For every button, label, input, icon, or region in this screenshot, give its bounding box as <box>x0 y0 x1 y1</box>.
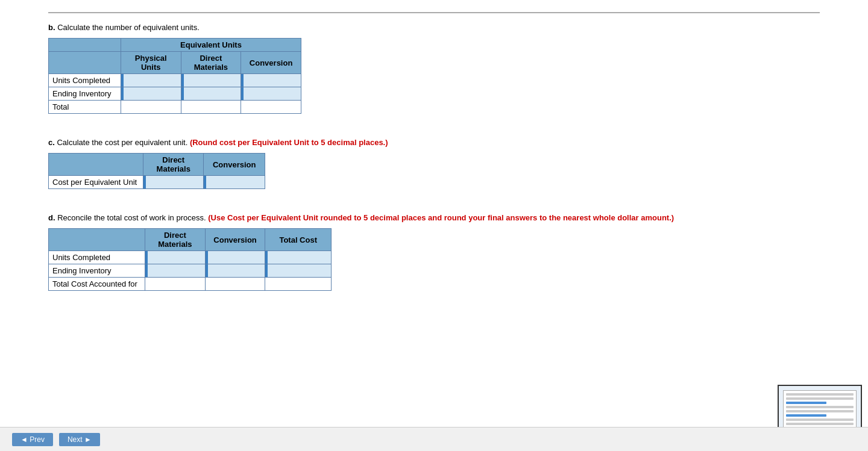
col-header-conv-c: Conversion <box>204 154 265 176</box>
col-header-empty-c <box>49 154 143 176</box>
col-header-empty-d <box>49 229 145 251</box>
table-d: Direct Materials Conversion Total Cost U… <box>48 228 332 291</box>
input-dm-units-completed[interactable] <box>181 74 241 87</box>
input-total-ending-inv-d[interactable] <box>265 264 332 278</box>
input-dm-total-cost[interactable] <box>145 278 205 291</box>
row-label-ending-inv-d: Ending Inventory <box>49 264 145 278</box>
row-label-units-completed-d: Units Completed <box>49 251 145 264</box>
row-label-units-completed-b: Units Completed <box>49 74 121 87</box>
row-label-total-b: Total <box>49 101 121 114</box>
col-header-conv-d: Conversion <box>205 229 265 251</box>
section-d-instruction: (Use Cost per Equivalent Unit rounded to… <box>208 213 674 222</box>
col-header-physical: Physical Units <box>121 52 181 74</box>
input-conv-total-cost[interactable] <box>205 278 265 291</box>
input-conv-total[interactable] <box>241 101 301 114</box>
table-b: Equivalent Units Physical Units Direct M… <box>48 38 301 114</box>
input-conv-cost-per-unit[interactable] <box>204 176 265 189</box>
input-phys-ending-inv[interactable] <box>121 87 181 101</box>
input-dm-total[interactable] <box>181 101 241 114</box>
section-d: d. Reconcile the total cost of work in p… <box>48 213 820 291</box>
input-conv-units-completed[interactable] <box>241 74 301 87</box>
table-row: Units Completed <box>49 74 301 87</box>
section-d-label: d. Reconcile the total cost of work in p… <box>48 213 820 222</box>
table-row: Units Completed <box>49 251 332 264</box>
input-dm-ending-inv[interactable] <box>181 87 241 101</box>
equiv-units-header: Equivalent Units <box>121 39 301 52</box>
table-row: Ending Inventory <box>49 264 332 278</box>
table-row: Ending Inventory <box>49 87 301 101</box>
table-row: Total <box>49 101 301 114</box>
input-phys-total[interactable] <box>121 101 181 114</box>
input-dm-units-completed-d[interactable] <box>145 251 205 264</box>
row-label-cost-per-unit: Cost per Equivalent Unit <box>49 176 143 189</box>
input-conv-ending-inv[interactable] <box>241 87 301 101</box>
row-label-total-cost-accounted: Total Cost Accounted for <box>49 278 145 291</box>
input-total-total-cost[interactable] <box>265 278 332 291</box>
input-phys-units-completed[interactable] <box>121 74 181 87</box>
table-row: Cost per Equivalent Unit <box>49 176 265 189</box>
section-b: b. Calculate the number of equivalent un… <box>48 23 820 114</box>
col-header-dm-b: Direct Materials <box>181 52 241 74</box>
section-c-instruction: (Round cost per Equivalent Unit to 5 dec… <box>190 138 388 147</box>
table-c: Direct Materials Conversion Cost per Equ… <box>48 153 265 189</box>
col-header-dm-d: Direct Materials <box>145 229 205 251</box>
section-c: c. Calculate the cost per equivalent uni… <box>48 138 820 189</box>
input-total-units-completed-d[interactable] <box>265 251 332 264</box>
col-header-total-cost: Total Cost <box>265 229 332 251</box>
input-conv-units-completed-d[interactable] <box>205 251 265 264</box>
input-dm-cost-per-unit[interactable] <box>143 176 204 189</box>
section-b-label: b. Calculate the number of equivalent un… <box>48 23 820 32</box>
input-dm-ending-inv-d[interactable] <box>145 264 205 278</box>
col-header-empty <box>49 52 121 74</box>
section-c-label: c. Calculate the cost per equivalent uni… <box>48 138 820 147</box>
row-label-ending-inv-b: Ending Inventory <box>49 87 121 101</box>
input-conv-ending-inv-d[interactable] <box>205 264 265 278</box>
col-header-conv-b: Conversion <box>241 52 301 74</box>
table-row: Total Cost Accounted for <box>49 278 332 291</box>
col-header-dm-c: Direct Materials <box>143 154 204 176</box>
